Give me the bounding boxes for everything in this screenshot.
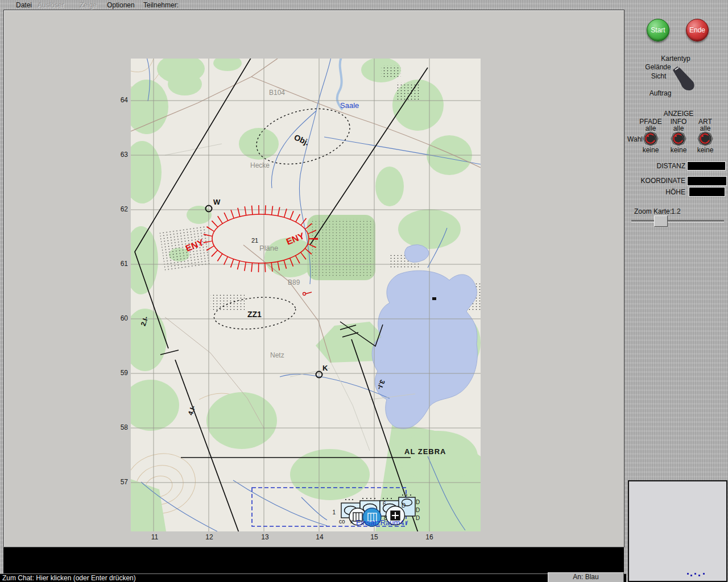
unit-mark-1: 1: [332, 509, 336, 516]
ende-button[interactable]: Ende: [686, 19, 709, 41]
grid-label-x: 11: [148, 533, 162, 541]
label-b104: B104: [269, 89, 285, 97]
pfade-knob[interactable]: [642, 131, 659, 147]
art-keine-label: keine: [697, 146, 714, 154]
grid-label-y: 61: [115, 260, 128, 268]
wahl-label: Wahl: [624, 135, 643, 143]
label-k: K: [322, 364, 328, 372]
label-einsatzraum-tail: . /: [403, 519, 408, 526]
mini-unit-mark: [698, 575, 700, 576]
label-zz1: ZZ1: [247, 310, 262, 319]
chat-input-bar[interactable]: Zum Chat: Hier klicken (oder Enter drück…: [0, 573, 626, 582]
distanz-field: [687, 161, 726, 171]
sicht-option[interactable]: Sicht: [651, 72, 667, 80]
mini-unit-mark: [687, 573, 689, 575]
menu-zeige: Zeige: [80, 1, 97, 9]
chat-history-panel: [3, 547, 624, 573]
label-hecke: Hecke: [250, 161, 270, 169]
unit-mark-d: D: [402, 502, 406, 509]
mini-info-box: [628, 480, 727, 582]
art-knob[interactable]: [697, 131, 714, 147]
auftrag-option[interactable]: Auftrag: [650, 89, 672, 97]
hoehe-label: HÖHE: [628, 188, 685, 196]
zoom-karte-label: Zoom Karte:: [634, 207, 672, 215]
label-b89: B89: [288, 278, 300, 286]
grid-label-x: 16: [423, 533, 436, 541]
zoom-slider-track[interactable]: [631, 220, 724, 222]
grid-label-y: 60: [115, 314, 128, 322]
chat-recipient-button[interactable]: An: Blau: [548, 572, 624, 582]
label-plaene: Pläne: [259, 244, 278, 252]
koordinate-field: [687, 176, 727, 186]
mini-unit-mark: [690, 575, 692, 576]
menu-datei[interactable]: Datei: [16, 1, 32, 9]
unit-mark-8: 8: [384, 515, 387, 521]
grid-label-x: 13: [258, 533, 272, 541]
anzeige-title: ANZEIGE: [664, 110, 694, 118]
label-einsatzraum: EinsatzRaum4: [356, 518, 404, 527]
unit-mark-co: co: [339, 518, 345, 525]
unit-mark-d: D: [416, 515, 420, 521]
grid-label-x: 12: [202, 533, 216, 541]
grid-label-y: 62: [115, 205, 128, 213]
grid-label-y: 57: [115, 478, 128, 486]
hoehe-field: [689, 187, 725, 197]
unit-mark-6: 6: [383, 501, 386, 507]
pen-pointer-icon: [671, 64, 697, 93]
unit-mark-d: D: [416, 507, 420, 513]
mini-unit-mark: [703, 573, 705, 575]
label-saale: Saale: [340, 101, 359, 110]
menu-ausloeser: Auslöser: [38, 1, 64, 9]
zoom-slider-handle[interactable]: [654, 215, 668, 227]
grid-label-y: 58: [115, 423, 128, 431]
grid-label-y: 63: [115, 151, 128, 159]
gelaende-option[interactable]: Gelände: [645, 63, 671, 71]
grid-label-y: 59: [115, 369, 128, 377]
unit-mark-x: x: [350, 518, 353, 525]
menu-optionen[interactable]: Optionen: [107, 1, 135, 9]
distanz-label: DISTANZ: [628, 162, 685, 170]
grid-label-x: 15: [367, 533, 381, 541]
kartentyp-label: Kartentyp: [661, 55, 690, 63]
koordinate-label: KOORDINATE: [628, 177, 685, 185]
grid-label-y: 64: [115, 96, 128, 104]
pfade-keine-label: keine: [643, 146, 659, 154]
menu-bar: Datei Auslöser Zeige Optionen Teilnehmer…: [0, 0, 728, 10]
start-button[interactable]: Start: [647, 19, 669, 41]
unit-mark-d: D: [416, 499, 420, 505]
info-keine-label: keine: [671, 146, 687, 154]
grid-label-x: 14: [313, 533, 326, 541]
topo-map[interactable]: B104 Saale Obj. Hecke W ENY ENY 21 Pläne…: [131, 59, 481, 531]
label-w: W: [213, 198, 221, 206]
label-netz: Netz: [270, 351, 284, 359]
info-knob[interactable]: [670, 131, 687, 147]
label-al-zebra: AL ZEBRA: [404, 447, 446, 456]
zoom-karte-value: 1.2: [671, 207, 681, 215]
menu-teilnehmer[interactable]: Teilnehmer:: [143, 1, 179, 9]
mini-unit-mark: [694, 573, 696, 575]
label-21: 21: [251, 237, 258, 244]
